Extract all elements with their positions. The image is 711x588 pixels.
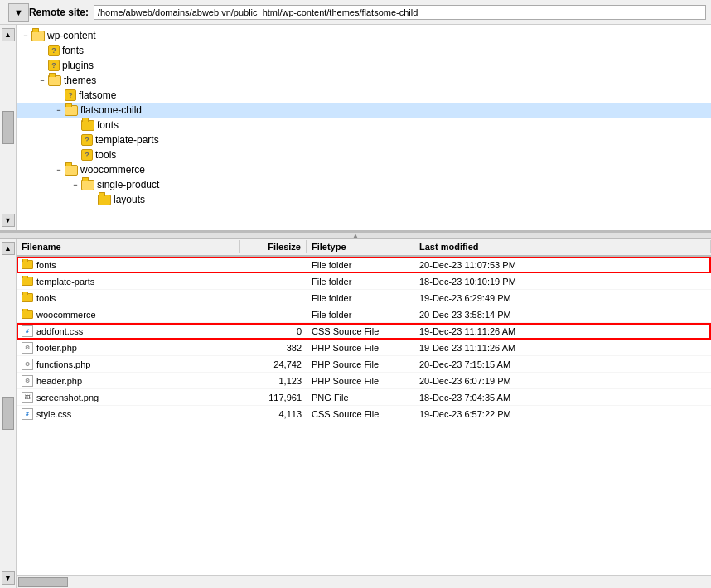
question-folder-icon: ? <box>48 60 60 71</box>
remote-path-input[interactable] <box>94 5 706 20</box>
tree-container: − wp-content ? fonts ? plugins − themes <box>17 25 711 230</box>
file-cell-size <box>240 281 307 282</box>
file-row-addfont-css[interactable]: # addfont.css 0 CSS Source File 19-Dec-2… <box>17 323 711 340</box>
header-modified: Last modified <box>414 240 711 253</box>
tree-item-single-product[interactable]: − single-product <box>17 177 711 192</box>
file-row-screenshot-png[interactable]: 🖼 screenshot.png 117,961 PNG File 18-Dec… <box>17 389 711 406</box>
scroll-thumb[interactable] <box>2 111 14 144</box>
tree-label: plugins <box>62 60 94 71</box>
question-folder-icon: ? <box>81 134 93 146</box>
expand-icon <box>70 134 81 146</box>
tree-item-themes[interactable]: − themes <box>17 73 711 88</box>
tree-item-fonts-child[interactable]: fonts <box>17 118 711 133</box>
file-scroll-up[interactable]: ▲ <box>2 242 15 255</box>
tree-item-tools[interactable]: ? tools <box>17 147 711 162</box>
expand-icon: − <box>20 30 31 41</box>
tree-item-flatsome-child[interactable]: − flatsome-child <box>17 103 711 118</box>
file-name-label: template-parts <box>36 277 94 287</box>
file-cell-size: 117,961 <box>240 392 307 403</box>
file-cell-modified: 20-Dec-23 3:58:14 PM <box>414 309 711 321</box>
file-row-tools[interactable]: tools File folder 19-Dec-23 6:29:49 PM <box>17 290 711 306</box>
file-cell-size <box>240 314 307 316</box>
file-name-label: footer.php <box>36 343 77 353</box>
folder-open-icon <box>81 180 94 190</box>
file-name-label: style.css <box>36 409 71 419</box>
scroll-down-arrow[interactable]: ▼ <box>2 214 15 227</box>
file-cell-name: # addfont.css <box>17 325 240 338</box>
file-cell-modified: 19-Dec-23 11:11:26 AM <box>414 325 711 337</box>
folder-icon <box>22 277 33 286</box>
expand-icon <box>70 119 81 131</box>
tree-item-wp-content[interactable]: − wp-content <box>17 28 711 43</box>
file-row-functions-php[interactable]: ⚙ functions.php 24,742 PHP Source File 2… <box>17 356 711 373</box>
tree-item-layouts[interactable]: layouts <box>17 192 711 207</box>
panel-dropdown-btn[interactable]: ▼ <box>8 3 29 22</box>
tree-item-template-parts[interactable]: ? template-parts <box>17 133 711 147</box>
main-container: ▼ Remote site: ▲ ▼ − wp-content ? fonts <box>0 0 711 588</box>
file-cell-type: CSS Source File <box>307 408 414 420</box>
folder-open-icon <box>65 165 78 176</box>
css-file-icon: # <box>22 408 33 420</box>
file-cell-type: PHP Source File <box>307 359 414 370</box>
file-cell-type: File folder <box>307 292 414 304</box>
php-file-icon: ⚙ <box>22 359 33 370</box>
file-scroll-gutter: ▲ ▼ <box>0 239 17 588</box>
expand-icon <box>36 45 48 56</box>
folder-icon <box>98 195 111 205</box>
file-row-fonts[interactable]: fonts File folder 20-Dec-23 11:07:53 PM <box>17 257 711 273</box>
file-cell-modified: 19-Dec-23 6:57:22 PM <box>414 408 711 420</box>
file-name-label: woocommerce <box>36 310 96 320</box>
folder-icon <box>22 310 33 319</box>
question-folder-icon: ? <box>65 89 76 101</box>
file-row-footer-php[interactable]: ⚙ footer.php 382 PHP Source File 19-Dec-… <box>17 340 711 356</box>
panel-divider[interactable] <box>0 232 711 239</box>
file-cell-modified: 20-Dec-23 6:07:19 PM <box>414 375 711 387</box>
top-panel: ▲ ▼ − wp-content ? fonts ? plugins <box>0 25 711 232</box>
tree-label: themes <box>64 75 96 86</box>
folder-open-icon <box>48 75 61 86</box>
bottom-panel: ▲ ▼ Filename Filesize Filetype Last modi… <box>0 239 711 588</box>
file-scroll-down[interactable]: ▼ <box>2 571 15 585</box>
remote-label: Remote site: <box>29 7 89 18</box>
tree-item-woocommerce[interactable]: − woocommerce <box>17 162 711 177</box>
tree-item-fonts-top[interactable]: ? fonts <box>17 43 711 58</box>
png-file-icon: 🖼 <box>22 392 33 403</box>
file-cell-type: PHP Source File <box>307 342 414 354</box>
file-cell-name: 🖼 screenshot.png <box>17 391 240 404</box>
file-cell-size <box>240 297 307 299</box>
file-row-style-css[interactable]: # style.css 4,113 CSS Source File 19-Dec… <box>17 406 711 422</box>
tree-label: fonts <box>97 119 118 131</box>
file-cell-name: ⚙ functions.php <box>17 358 240 371</box>
file-cell-name: # style.css <box>17 407 240 421</box>
file-name-label: functions.php <box>36 359 90 369</box>
file-list-container: Filename Filesize Filetype Last modified… <box>17 239 711 588</box>
file-name-label: screenshot.png <box>36 393 99 402</box>
tree-label: layouts <box>114 194 145 205</box>
file-row-header-php[interactable]: ⚙ header.php 1,123 PHP Source File 20-De… <box>17 373 711 389</box>
expand-icon <box>53 89 65 101</box>
file-cell-name: woocommerce <box>17 309 240 321</box>
php-file-icon: ⚙ <box>22 342 33 354</box>
expand-icon: − <box>70 179 81 190</box>
file-cell-modified: 20-Dec-23 7:15:15 AM <box>414 359 711 370</box>
tree-label: template-parts <box>95 134 159 146</box>
remote-bar: ▼ Remote site: <box>0 0 711 25</box>
tree-item-flatsome[interactable]: ? flatsome <box>17 88 711 103</box>
tree-label: single-product <box>97 179 159 190</box>
tree-label: woocommerce <box>80 164 145 176</box>
expand-icon <box>70 149 81 161</box>
file-cell-size: 1,123 <box>240 375 307 387</box>
file-cell-name: fonts <box>17 259 240 271</box>
tree-item-plugins[interactable]: ? plugins <box>17 58 711 73</box>
file-cell-size: 24,742 <box>240 359 307 370</box>
file-cell-size: 0 <box>240 325 307 337</box>
file-name-label: fonts <box>36 260 56 270</box>
file-scroll-thumb[interactable] <box>2 397 14 430</box>
file-cell-size: 382 <box>240 342 307 354</box>
file-cell-size: 4,113 <box>240 408 307 420</box>
scrollbar-thumb[interactable] <box>18 577 68 587</box>
file-row-woocommerce[interactable]: woocommerce File folder 20-Dec-23 3:58:1… <box>17 306 711 323</box>
scroll-up-arrow[interactable]: ▲ <box>2 28 15 41</box>
file-row-template-parts[interactable]: template-parts File folder 18-Dec-23 10:… <box>17 273 711 290</box>
horizontal-scrollbar[interactable] <box>17 575 711 588</box>
